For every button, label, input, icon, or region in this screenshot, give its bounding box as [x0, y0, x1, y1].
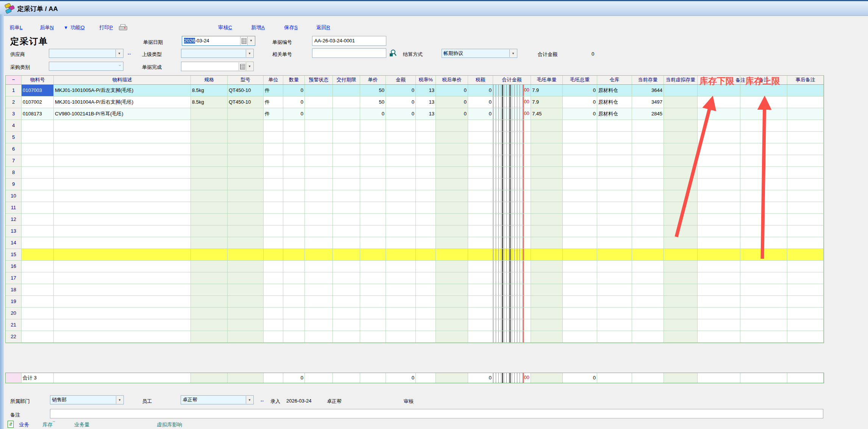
supplier-dropdown-arrow[interactable]: ▼: [116, 50, 123, 57]
grid-cell-stripes[interactable]: [493, 261, 523, 272]
grid-cell-wh[interactable]: [597, 319, 632, 331]
parent-type-combo[interactable]: ▼: [181, 49, 254, 58]
grid-cell-note2[interactable]: [740, 237, 787, 249]
grid-cell-unitw[interactable]: [531, 190, 563, 202]
grid-cell-tax[interactable]: [416, 132, 436, 143]
grid-cell-desc[interactable]: [54, 132, 191, 143]
grid-cell-unit[interactable]: [264, 132, 283, 143]
grid-cell-tax[interactable]: [416, 225, 436, 237]
grid-cell-desc[interactable]: [54, 179, 191, 190]
grid-cell-note2[interactable]: [740, 272, 787, 284]
grid-cell-code[interactable]: [22, 155, 54, 166]
grid-cell-wh[interactable]: 原材料仓: [597, 108, 632, 120]
grid-cell-note1[interactable]: [698, 143, 740, 155]
grid-cell-taxamt[interactable]: [468, 261, 493, 272]
grid-cell-unit[interactable]: 件: [264, 108, 283, 120]
grid-cell-due[interactable]: [333, 143, 360, 155]
grid-cell-vstock[interactable]: [664, 319, 698, 331]
grid-cell-due[interactable]: [333, 308, 360, 319]
grid-cell-note3[interactable]: [787, 132, 824, 143]
grid-cell-desc[interactable]: [54, 284, 191, 295]
next-bill-button[interactable]: 后单N: [40, 24, 54, 31]
grid-cell-vstock[interactable]: [664, 225, 698, 237]
grid-cell-due[interactable]: [333, 296, 360, 307]
grid-row[interactable]: 10: [6, 190, 824, 202]
prev-bill-button[interactable]: 前单L: [9, 24, 23, 31]
audit-button[interactable]: 审核C: [218, 24, 232, 31]
grid-cell-totw[interactable]: [563, 155, 597, 166]
purchase-type-chevron-icon[interactable]: ˇ: [119, 63, 121, 72]
grid-cell-unitw[interactable]: [531, 202, 563, 213]
grid-cell-taxamt[interactable]: [468, 319, 493, 331]
grid-cell-note3[interactable]: [787, 261, 824, 272]
grid-cell-warn[interactable]: [305, 85, 333, 96]
grid-cell-tax[interactable]: 13: [416, 108, 436, 120]
grid-cell-note1[interactable]: [698, 179, 740, 190]
grid-cell-taxamt[interactable]: 0: [468, 108, 493, 120]
grid-cell-note3[interactable]: [787, 249, 824, 260]
grid-cell-red[interactable]: [523, 296, 531, 307]
bill-done-dropdown-arrow[interactable]: ▼: [246, 62, 253, 70]
grid-cell-amt[interactable]: [386, 261, 416, 272]
grid-cell-note3[interactable]: [787, 331, 824, 342]
grid-cell-note1[interactable]: [698, 120, 740, 131]
grid-cell-vstock[interactable]: [664, 143, 698, 155]
grid-cell-note2[interactable]: [740, 319, 787, 331]
grid-cell-code[interactable]: [22, 202, 54, 213]
grid-cell-stripes[interactable]: [493, 237, 523, 249]
grid-cell-amt[interactable]: [386, 214, 416, 225]
grid-cell-note2[interactable]: [740, 179, 787, 190]
grid-cell-due[interactable]: [333, 155, 360, 166]
grid-cell-price[interactable]: [360, 308, 386, 319]
grid-cell-unitw[interactable]: [531, 237, 563, 249]
grid-cell-vstock[interactable]: [664, 272, 698, 284]
grid-cell-qty[interactable]: [283, 120, 305, 131]
grid-cell-qty[interactable]: [283, 308, 305, 319]
grid-cell-note2[interactable]: [740, 296, 787, 307]
grid-cell-amt[interactable]: [386, 272, 416, 284]
grid-cell-unit[interactable]: [264, 237, 283, 249]
grid-cell-qty[interactable]: [283, 190, 305, 202]
grid-cell-model[interactable]: [228, 120, 264, 131]
grid-cell-unitw[interactable]: [531, 179, 563, 190]
grid-cell-wh[interactable]: [597, 214, 632, 225]
grid-cell-amt[interactable]: [386, 202, 416, 213]
grid-cell-taxamt[interactable]: [468, 331, 493, 342]
grid-cell-spec[interactable]: [191, 143, 228, 155]
grid-cell-qty[interactable]: 0: [283, 85, 305, 96]
grid-cell-note2[interactable]: [740, 249, 787, 260]
grid-cell-model[interactable]: [228, 249, 264, 260]
grid-cell-vstock[interactable]: [664, 167, 698, 178]
grid-cell-note2[interactable]: [740, 308, 787, 319]
grid-cell-note3[interactable]: [787, 155, 824, 166]
grid-cell-price[interactable]: [360, 120, 386, 131]
grid-cell-taxprice[interactable]: [436, 202, 468, 213]
grid-cell-note1[interactable]: [698, 331, 740, 342]
grid-cell-stock[interactable]: [632, 120, 664, 131]
grid-cell-model[interactable]: [228, 331, 264, 342]
grid-cell-unit[interactable]: [264, 143, 283, 155]
grid-cell-note3[interactable]: [787, 202, 824, 213]
grid-cell-wh[interactable]: [597, 331, 632, 342]
grid-cell-price[interactable]: 50: [360, 85, 386, 96]
grid-cell-wh[interactable]: [597, 132, 632, 143]
grid-cell-code[interactable]: [22, 284, 54, 295]
grid-cell-spec[interactable]: 8.5kg: [191, 96, 228, 108]
grid-cell-note1[interactable]: [698, 96, 740, 108]
grid-cell-spec[interactable]: [191, 272, 228, 284]
grid-cell-taxprice[interactable]: [436, 272, 468, 284]
grid-cell-warn[interactable]: [305, 308, 333, 319]
grid-cell-warn[interactable]: [305, 261, 333, 272]
grid-cell-tax[interactable]: [416, 296, 436, 307]
grid-cell-taxamt[interactable]: [468, 249, 493, 260]
grid-cell-note1[interactable]: [698, 308, 740, 319]
grid-cell-totw[interactable]: [563, 143, 597, 155]
grid-cell-num[interactable]: 3: [6, 108, 22, 120]
supplier-browse-button[interactable]: ..: [128, 50, 131, 56]
grid-cell-num[interactable]: 7: [6, 155, 22, 166]
grid-row[interactable]: 22: [6, 331, 824, 343]
grid-cell-red[interactable]: [523, 155, 531, 166]
grid-cell-stock[interactable]: [632, 261, 664, 272]
grid-cell-tax[interactable]: [416, 308, 436, 319]
grid-cell-spec[interactable]: [191, 202, 228, 213]
